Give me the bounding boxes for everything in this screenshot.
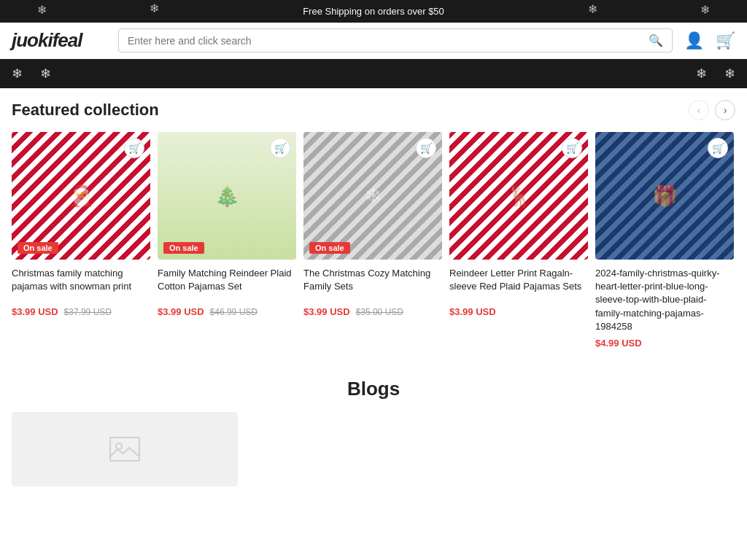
product-title-1: Christmas family matching pajamas with s… <box>12 267 150 302</box>
product-image-2: 🎄🛒On sale <box>158 132 296 260</box>
product-image-5: 🎁🛒 <box>595 132 734 260</box>
header: juokifeal 🔍 👤 🛒 <box>0 23 747 59</box>
product-card[interactable]: 🎄🛒On saleFamily Matching Reindeer Plaid … <box>158 132 296 349</box>
price-current-1: $3.99 USD <box>12 306 58 317</box>
snowflake-deco-3: ❄ <box>588 2 597 16</box>
prev-arrow[interactable]: ‹ <box>689 100 709 120</box>
snowflake-deco-1: ❄ <box>37 3 47 17</box>
add-to-cart-btn-3[interactable]: 🛒 <box>416 138 436 158</box>
svg-rect-0 <box>110 438 139 461</box>
next-arrow[interactable]: › <box>715 100 735 120</box>
price-current-5: $4.99 USD <box>595 338 642 349</box>
price-row-1: $3.99 USD$37.99 USD <box>12 306 150 317</box>
search-icon[interactable]: 🔍 <box>649 34 663 47</box>
product-card[interactable]: 🦌🛒Reindeer Letter Print Ragaln-sleeve Re… <box>449 132 588 349</box>
header-icons: 👤 🛒 <box>684 31 735 50</box>
price-old-3: $35.00 USD <box>356 307 403 317</box>
product-image-3: ❄🛒On sale <box>303 132 442 260</box>
blog-placeholder-icon <box>107 432 142 467</box>
on-sale-badge-1: On sale <box>18 242 58 254</box>
product-card[interactable]: 🎁🛒2024-family-christmas-quirky-heart-let… <box>595 132 734 349</box>
product-title-4: Reindeer Letter Print Ragaln-sleeve Red … <box>449 267 588 302</box>
blogs-title: Blogs <box>12 378 735 400</box>
account-icon[interactable]: 👤 <box>684 31 704 50</box>
product-card[interactable]: 🎅🛒On saleChristmas family matching pajam… <box>12 132 150 349</box>
product-image-4: 🦌🛒 <box>449 132 588 260</box>
carousel-nav: ‹ › <box>689 100 735 120</box>
product-title-5: 2024-family-christmas-quirky-heart-lette… <box>595 267 734 333</box>
nav-snowflake-1: ❄ <box>12 66 23 82</box>
product-card[interactable]: ❄🛒On saleThe Christmas Cozy Matching Fam… <box>303 132 442 349</box>
product-title-2: Family Matching Reindeer Plaid Cotton Pa… <box>158 267 296 302</box>
price-current-4: $3.99 USD <box>449 306 496 317</box>
on-sale-badge-2: On sale <box>163 242 204 254</box>
blog-image-placeholder <box>12 413 237 486</box>
nav-snowflake-3: ❄ <box>696 66 707 82</box>
snowflake-deco-2: ❄ <box>150 1 159 15</box>
products-row: 🎅🛒On saleChristmas family matching pajam… <box>12 132 735 349</box>
search-bar[interactable]: 🔍 <box>118 28 673 52</box>
section-title: Featured collection <box>12 101 159 120</box>
add-to-cart-btn-4[interactable]: 🛒 <box>562 138 582 158</box>
product-title-3: The Christmas Cozy Matching Family Sets <box>303 267 442 302</box>
product-image-1: 🎅🛒On sale <box>12 132 150 260</box>
snowflake-deco-4: ❄ <box>700 3 710 17</box>
add-to-cart-btn-2[interactable]: 🛒 <box>270 138 290 158</box>
nav-snowflake-2: ❄ <box>40 66 51 82</box>
logo[interactable]: juokifeal <box>12 29 107 52</box>
banner-text: Free Shipping on orders over $50 <box>303 6 444 17</box>
price-row-5: $4.99 USD <box>595 338 734 349</box>
section-header: Featured collection ‹ › <box>12 100 735 120</box>
svg-point-1 <box>116 443 122 449</box>
nav-snowflake-4: ❄ <box>724 66 735 82</box>
add-to-cart-btn-1[interactable]: 🛒 <box>124 138 144 158</box>
blog-card[interactable] <box>12 412 238 486</box>
nav-bar: ❄ ❄ ❄ ❄ <box>0 59 747 88</box>
price-row-4: $3.99 USD <box>449 306 588 317</box>
price-old-2: $46.99 USD <box>210 307 258 317</box>
cart-icon[interactable]: 🛒 <box>716 31 735 50</box>
price-current-3: $3.99 USD <box>303 306 350 317</box>
price-current-2: $3.99 USD <box>158 306 204 317</box>
add-to-cart-btn-5[interactable]: 🛒 <box>708 138 728 158</box>
on-sale-badge-3: On sale <box>309 242 350 254</box>
price-row-2: $3.99 USD$46.99 USD <box>158 306 296 317</box>
search-input[interactable] <box>128 35 643 47</box>
blogs-section: Blogs <box>0 360 747 498</box>
price-old-1: $37.99 USD <box>64 307 112 317</box>
main-content: Featured collection ‹ › 🎅🛒On saleChristm… <box>0 88 747 360</box>
price-row-3: $3.99 USD$35.00 USD <box>303 306 442 317</box>
top-banner: ❄ ❄ ❄ ❄ Free Shipping on orders over $50 <box>0 0 747 23</box>
